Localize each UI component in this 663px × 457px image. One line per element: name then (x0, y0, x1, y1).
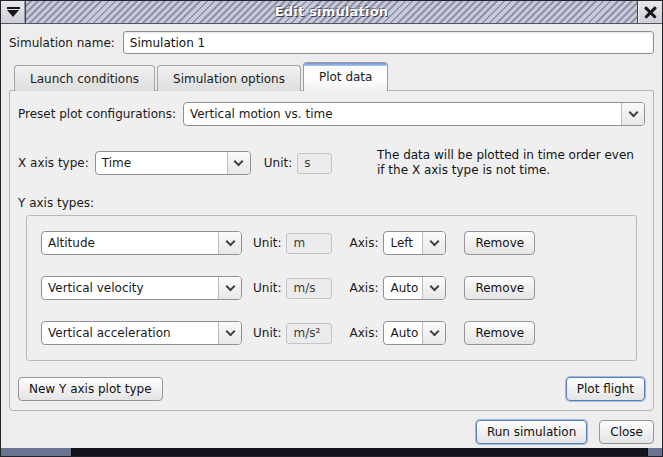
x-axis-type-label: X axis type: (18, 156, 89, 170)
close-icon (644, 6, 657, 19)
axis-label: Axis: (349, 236, 378, 250)
edit-simulation-dialog: Edit simulation Simulation name: Launch … (0, 0, 663, 457)
tab-plot-data[interactable]: Plot data (303, 62, 388, 91)
unit-field: m/s² (286, 323, 332, 344)
window-resize-border[interactable] (1, 448, 662, 456)
y-axis-type-select-3[interactable]: Vertical acceleration (41, 321, 242, 345)
simulation-name-label: Simulation name: (9, 36, 115, 50)
chevron-down-icon (218, 322, 241, 344)
y-axis-row-3: Vertical acceleration Unit: m/s² Axis: A… (41, 321, 622, 345)
window-menu-button[interactable] (1, 1, 26, 23)
unit-field: m/s (286, 278, 332, 299)
tab-launch-conditions[interactable]: Launch conditions (14, 65, 155, 91)
window-menu-icon (7, 7, 20, 17)
preset-config-select[interactable]: Vertical motion vs. time (183, 102, 645, 126)
y-axis-types-label: Y axis types: (18, 196, 645, 210)
plot-data-panel: Preset plot configurations: Vertical mot… (9, 90, 654, 411)
unit-label: Unit: (253, 236, 281, 250)
unit-field: m (286, 233, 332, 254)
x-axis-type-select[interactable]: Time (95, 151, 251, 175)
x-axis-note: The data will be plotted in time order e… (377, 148, 645, 178)
y-axis-type-select-2[interactable]: Vertical velocity (41, 276, 242, 300)
preset-config-label: Preset plot configurations: (18, 107, 176, 121)
new-y-axis-plot-type-button[interactable]: New Y axis plot type (18, 377, 163, 401)
dialog-footer: Run simulation Close (9, 420, 654, 444)
close-window-button[interactable] (637, 1, 662, 23)
tab-simulation-options[interactable]: Simulation options (157, 65, 301, 91)
remove-button-3[interactable]: Remove (464, 321, 535, 345)
unit-label: Unit: (253, 281, 281, 295)
y-axis-row-1: Altitude Unit: m Axis: Left Remove (41, 231, 622, 255)
simulation-name-input[interactable] (123, 31, 654, 54)
axis-select-2[interactable]: Auto (383, 276, 446, 300)
y-axis-row-2: Vertical velocity Unit: m/s Axis: Auto R… (41, 276, 622, 300)
simulation-name-row: Simulation name: (9, 31, 654, 54)
chevron-down-icon (218, 277, 241, 299)
run-simulation-button[interactable]: Run simulation (476, 420, 587, 444)
unit-label: Unit: (253, 326, 281, 340)
close-button[interactable]: Close (599, 420, 654, 444)
window-title: Edit simulation (26, 1, 637, 23)
chevron-down-icon (422, 232, 445, 254)
tab-bar: Launch conditions Simulation options Plo… (9, 61, 654, 90)
axis-label: Axis: (349, 281, 378, 295)
chevron-down-icon (422, 322, 445, 344)
plot-flight-button[interactable]: Plot flight (566, 377, 645, 401)
x-axis-row: X axis type: Time Unit: s The data will … (18, 148, 645, 178)
preset-config-row: Preset plot configurations: Vertical mot… (18, 102, 645, 126)
axis-select-3[interactable]: Auto (383, 321, 446, 345)
chevron-down-icon (218, 232, 241, 254)
y-axis-type-select-1[interactable]: Altitude (41, 231, 242, 255)
remove-button-1[interactable]: Remove (464, 231, 535, 255)
chevron-down-icon (621, 103, 644, 125)
remove-button-2[interactable]: Remove (464, 276, 535, 300)
x-axis-unit-field: s (297, 153, 332, 174)
dialog-content: Simulation name: Launch conditions Simul… (1, 24, 662, 448)
titlebar: Edit simulation (1, 1, 662, 24)
y-axis-groupbox: Altitude Unit: m Axis: Left Remove Verti… (26, 215, 637, 361)
axis-select-1[interactable]: Left (383, 231, 446, 255)
axis-label: Axis: (349, 326, 378, 340)
chevron-down-icon (227, 152, 250, 174)
x-axis-unit-label: Unit: (264, 156, 292, 170)
chevron-down-icon (422, 277, 445, 299)
panel-buttons-row: New Y axis plot type Plot flight (18, 377, 645, 401)
